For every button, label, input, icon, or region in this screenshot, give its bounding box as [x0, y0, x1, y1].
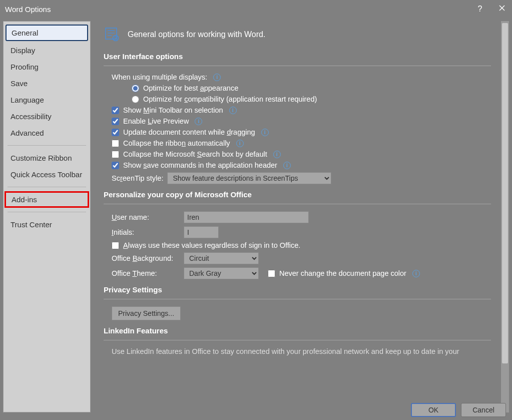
username-label: User name: [112, 213, 180, 221]
linkedin-description: Use LinkedIn features in Office to stay … [112, 347, 491, 356]
general-options-icon [104, 26, 121, 43]
screentip-label: ScreenTip style: [112, 174, 163, 182]
checkbox-dragging-label: Update document content while dragging [123, 128, 255, 136]
sidebar-item-general[interactable]: General [6, 25, 88, 41]
sidebar-separator [8, 145, 86, 146]
username-input[interactable] [184, 211, 309, 223]
office-background-select[interactable]: Circuit [184, 252, 259, 264]
office-theme-label: Office Theme: [112, 269, 180, 277]
checkbox-dragging[interactable] [112, 129, 119, 136]
checkbox-show-save-label: Show save commands in the application he… [123, 161, 277, 169]
sidebar-item-customize-ribbon[interactable]: Customize Ribbon [4, 150, 90, 166]
section-rule [104, 299, 491, 299]
multi-displays-label: When using multiple displays: [112, 73, 207, 81]
checkbox-live-preview-label: Enable Live Preview [123, 117, 189, 125]
info-icon[interactable]: i [283, 162, 291, 169]
help-button[interactable]: ? [475, 5, 485, 14]
sidebar-item-addins[interactable]: Add-ins [5, 191, 89, 208]
initials-label: Initials: [112, 228, 180, 236]
checkbox-always-values-label: Always use these values regardless of si… [123, 241, 300, 249]
vertical-scrollbar[interactable] [501, 21, 509, 412]
main-panel: General options for working with Word. U… [91, 21, 499, 417]
section-rule [104, 66, 491, 66]
sidebar-separator [8, 212, 86, 212]
checkbox-mini-toolbar[interactable] [112, 107, 119, 114]
section-rule [104, 204, 491, 204]
info-icon[interactable]: i [261, 129, 269, 136]
window-title: Word Options [5, 5, 475, 14]
sidebar-item-language[interactable]: Language [4, 92, 90, 108]
close-button[interactable] [497, 5, 507, 14]
titlebar: Word Options ? [0, 0, 512, 18]
sidebar-item-display[interactable]: Display [4, 42, 90, 59]
radio-best-appearance[interactable] [132, 85, 139, 92]
info-icon[interactable]: i [229, 107, 237, 114]
section-linkedin-title: LinkedIn Features [104, 326, 491, 335]
checkbox-collapse-ribbon-label: Collapse the ribbon automatically [123, 139, 230, 147]
sidebar-item-save[interactable]: Save [4, 75, 90, 92]
sidebar-item-proofing[interactable]: Proofing [4, 59, 90, 75]
sidebar-item-advanced[interactable]: Advanced [4, 125, 90, 141]
section-privacy-title: Privacy Settings [104, 285, 491, 294]
info-icon[interactable]: i [195, 118, 202, 125]
checkbox-collapse-search-label: Collapse the Microsoft Search box by def… [123, 150, 267, 158]
svg-point-6 [113, 36, 119, 41]
radio-best-appearance-label: Optimize for best appearance [143, 84, 238, 92]
info-icon[interactable]: i [412, 270, 420, 277]
cancel-button[interactable]: Cancel [461, 403, 506, 417]
scrollbar-thumb[interactable] [502, 23, 508, 363]
checkbox-never-page-color[interactable] [268, 270, 275, 277]
checkbox-never-page-color-label: Never change the document page color [279, 269, 406, 277]
office-theme-select[interactable]: Dark Gray [184, 267, 259, 279]
sidebar-item-quick-access[interactable]: Quick Access Toolbar [4, 166, 90, 183]
checkbox-live-preview[interactable] [112, 118, 119, 125]
section-ui-options-title: User Interface options [104, 52, 491, 61]
info-icon[interactable]: i [273, 151, 281, 158]
office-background-label: Office Background: [112, 254, 180, 262]
sidebar-item-accessibility[interactable]: Accessibility [4, 108, 90, 125]
checkbox-collapse-search[interactable] [112, 151, 119, 158]
initials-input[interactable] [184, 226, 219, 238]
checkbox-mini-toolbar-label: Show Mini Toolbar on selection [123, 106, 223, 114]
category-sidebar: General Display Proofing Save Language A… [3, 21, 91, 412]
sidebar-separator [8, 187, 86, 187]
radio-compatibility-label: Optimize for compatibility (application … [143, 95, 317, 103]
info-icon[interactable]: i [236, 140, 244, 147]
privacy-settings-button[interactable]: Privacy Settings... [112, 306, 181, 320]
page-heading: General options for working with Word. [128, 30, 265, 39]
ok-button[interactable]: OK [411, 403, 456, 417]
sidebar-item-trust-center[interactable]: Trust Center [4, 216, 90, 233]
section-rule [104, 340, 491, 340]
checkbox-show-save[interactable] [112, 162, 119, 169]
checkbox-collapse-ribbon[interactable] [112, 140, 119, 147]
section-personalize-title: Personalize your copy of Microsoft Offic… [104, 190, 491, 199]
info-icon[interactable]: i [213, 74, 221, 81]
radio-compatibility[interactable] [132, 96, 139, 103]
screentip-select[interactable]: Show feature descriptions in ScreenTips [167, 172, 331, 184]
checkbox-always-values[interactable] [112, 242, 119, 249]
